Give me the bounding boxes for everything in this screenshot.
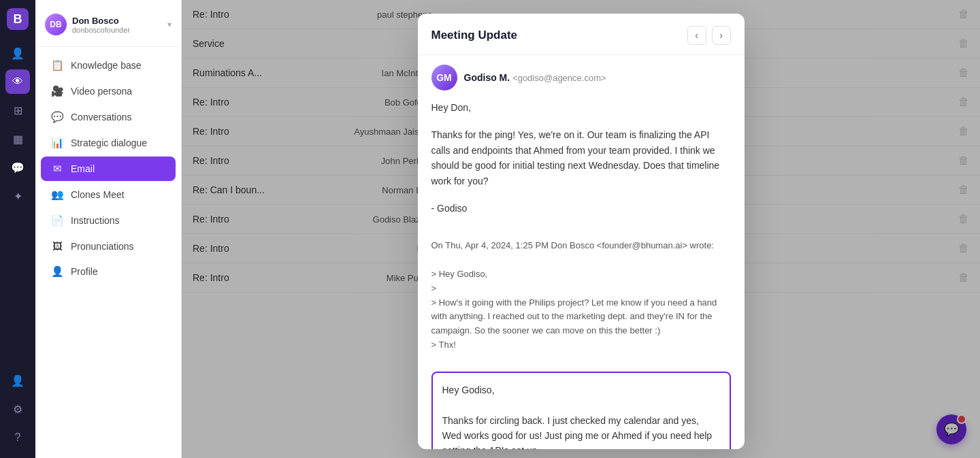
sidebar-item-video-persona[interactable]: 🎥 Video persona <box>41 79 176 103</box>
contacts-icon[interactable]: 👤 <box>5 41 30 65</box>
modal-overlay: Meeting Update ‹ › GM Godiso M. <godiso@… <box>182 0 980 458</box>
reply-box[interactable]: Hey Godiso, Thanks for circling back. I … <box>431 372 731 449</box>
sidebar-item-label: Email <box>71 163 95 174</box>
grid-icon[interactable]: ⊞ <box>5 98 30 122</box>
sidebar-item-instructions[interactable]: 📄 Instructions <box>41 208 176 233</box>
quoted-line-4: > Thx! <box>431 338 731 353</box>
main-content: Re: Intro paul stephens ... 🗑 Service ..… <box>182 0 980 458</box>
bottom-account-icon[interactable]: 👤 <box>5 368 30 393</box>
user-info: Don Bosco donboscofounder <box>72 16 162 34</box>
sidebar-item-clones-meet[interactable]: 👥 Clones Meet <box>41 182 176 207</box>
video-persona-icon: 🎥 <box>50 85 64 97</box>
sidebar-item-pronunciations[interactable]: 🖼 Pronunciations <box>41 234 176 258</box>
quoted-text-section: On Thu, Apr 4, 2024, 1:25 PM Don Bosco <… <box>431 239 731 352</box>
pronunciations-icon: 🖼 <box>50 240 64 252</box>
user-profile-section[interactable]: DB Don Bosco donboscofounder ▾ <box>35 8 181 47</box>
sender-avatar: GM <box>431 65 457 91</box>
strategic-dialogue-icon: 📊 <box>50 137 64 149</box>
quoted-line-2: > <box>431 282 731 296</box>
avatar: DB <box>45 14 67 35</box>
profile-icon: 👤 <box>50 265 64 278</box>
star-icon[interactable]: ✦ <box>5 184 30 208</box>
ranking-icon[interactable]: ▦ <box>5 127 30 151</box>
clones-meet-icon: 👥 <box>50 189 64 201</box>
quoted-line-1: > Hey Godiso, <box>431 267 731 282</box>
sidebar-item-knowledge-base[interactable]: 📋 Knowledge base <box>41 53 176 78</box>
email-greeting: Hey Don, <box>431 100 731 115</box>
sidebar-item-conversations[interactable]: 💬 Conversations <box>41 105 176 129</box>
sidebar-item-label: Video persona <box>71 86 132 97</box>
modal-navigation: ‹ › <box>687 26 731 45</box>
sender-name: Godiso M. <godiso@agence.com> <box>464 72 606 83</box>
chevron-down-icon: ▾ <box>167 20 172 29</box>
bottom-settings-icon[interactable]: ⚙ <box>5 397 30 421</box>
app-logo: B <box>7 8 29 30</box>
sidebar-icons: B 👤 👁 ⊞ ▦ 💬 ✦ 👤 ⚙ ? <box>0 0 35 458</box>
sidebar-item-label: Instructions <box>71 215 120 226</box>
sidebar-item-label: Profile <box>71 266 98 277</box>
sidebar-item-email[interactable]: ✉ Email <box>41 157 176 181</box>
email-icon: ✉ <box>50 163 64 175</box>
eye-icon[interactable]: 👁 <box>5 69 30 94</box>
sidebar-nav: DB Don Bosco donboscofounder ▾ 📋 Knowled… <box>35 0 182 458</box>
user-name: Don Bosco <box>72 16 162 26</box>
next-email-button[interactable]: › <box>712 26 731 45</box>
reply-textarea[interactable]: Hey Godiso, Thanks for circling back. I … <box>442 382 720 449</box>
email-modal: Meeting Update ‹ › GM Godiso M. <godiso@… <box>418 14 745 449</box>
sender-info: GM Godiso M. <godiso@agence.com> <box>418 55 745 100</box>
knowledge-base-icon: 📋 <box>50 59 64 71</box>
chat-bubble-icon[interactable]: 💬 <box>5 155 30 180</box>
bottom-help-icon[interactable]: ? <box>5 425 30 450</box>
prev-email-button[interactable]: ‹ <box>687 26 706 45</box>
instructions-icon: 📄 <box>50 214 64 227</box>
quoted-line-3: > How's it going with the Philips projec… <box>431 296 731 338</box>
modal-body: Hey Don, Thanks for the ping! Yes, we're… <box>418 100 745 363</box>
sidebar-item-label: Clones Meet <box>71 189 125 200</box>
sidebar-item-label: Conversations <box>71 112 132 122</box>
email-signature: - Godiso <box>431 201 731 216</box>
modal-title: Meeting Update <box>431 29 518 42</box>
user-username: donboscofounder <box>72 26 162 34</box>
sender-details: Godiso M. <godiso@agence.com> <box>464 72 606 83</box>
conversations-icon: 💬 <box>50 111 64 123</box>
modal-header: Meeting Update ‹ › <box>418 14 745 55</box>
sidebar-item-label: Strategic dialogue <box>71 137 147 148</box>
quoted-header: On Thu, Apr 4, 2024, 1:25 PM Don Bosco <… <box>431 239 731 253</box>
sidebar-item-label: Knowledge base <box>71 60 142 71</box>
email-body: Thanks for the ping! Yes, we're on it. O… <box>431 127 731 189</box>
sidebar-item-profile[interactable]: 👤 Profile <box>41 259 176 284</box>
sidebar-item-strategic-dialogue[interactable]: 📊 Strategic dialogue <box>41 131 176 155</box>
sidebar-item-label: Pronunciations <box>71 241 134 252</box>
